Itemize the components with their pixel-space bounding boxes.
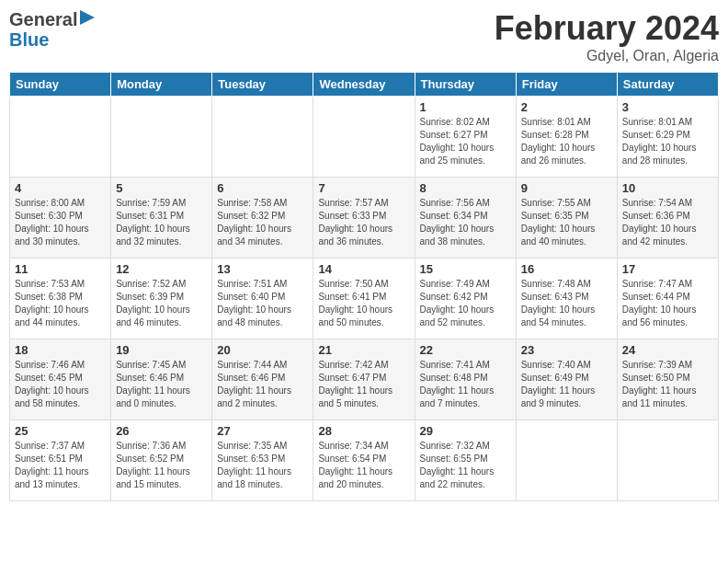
day-info-26: Sunrise: 7:36 AM Sunset: 6:52 PM Dayligh… xyxy=(116,440,207,491)
day-number-29: 29 xyxy=(420,424,511,438)
col-wednesday: Wednesday xyxy=(313,73,415,97)
logo-blue-text: Blue xyxy=(9,29,49,50)
day-number-23: 23 xyxy=(521,343,612,357)
col-sunday: Sunday xyxy=(10,73,111,97)
day-info-22: Sunrise: 7:41 AM Sunset: 6:48 PM Dayligh… xyxy=(420,359,511,410)
day-info-21: Sunrise: 7:42 AM Sunset: 6:47 PM Dayligh… xyxy=(318,359,409,410)
calendar-cell-0-1 xyxy=(111,97,212,178)
day-info-9: Sunrise: 7:55 AM Sunset: 6:35 PM Dayligh… xyxy=(521,197,612,248)
svg-marker-0 xyxy=(80,10,95,25)
title-block: February 2024 Gdyel, Oran, Algeria xyxy=(495,9,719,64)
week-row-2: 11Sunrise: 7:53 AM Sunset: 6:38 PM Dayli… xyxy=(10,259,719,339)
calendar-cell-2-3: 14Sunrise: 7:50 AM Sunset: 6:41 PM Dayli… xyxy=(313,259,415,339)
calendar-cell-4-3: 28Sunrise: 7:34 AM Sunset: 6:54 PM Dayli… xyxy=(313,420,415,501)
calendar-cell-0-2 xyxy=(212,97,313,178)
logo: General Blue xyxy=(9,9,95,50)
calendar-cell-1-6: 10Sunrise: 7:54 AM Sunset: 6:36 PM Dayli… xyxy=(617,178,718,259)
week-row-4: 25Sunrise: 7:37 AM Sunset: 6:51 PM Dayli… xyxy=(10,420,719,501)
calendar-cell-2-6: 17Sunrise: 7:47 AM Sunset: 6:44 PM Dayli… xyxy=(617,259,718,339)
col-saturday: Saturday xyxy=(617,73,718,97)
calendar-cell-4-4: 29Sunrise: 7:32 AM Sunset: 6:55 PM Dayli… xyxy=(415,420,516,501)
day-info-12: Sunrise: 7:52 AM Sunset: 6:39 PM Dayligh… xyxy=(116,278,207,329)
day-info-3: Sunrise: 8:01 AM Sunset: 6:29 PM Dayligh… xyxy=(622,116,713,167)
calendar-cell-4-5 xyxy=(516,420,617,501)
calendar-cell-4-1: 26Sunrise: 7:36 AM Sunset: 6:52 PM Dayli… xyxy=(111,420,212,501)
page: General Blue February 2024 Gdyel, Oran, … xyxy=(0,0,728,563)
calendar-cell-1-4: 8Sunrise: 7:56 AM Sunset: 6:34 PM Daylig… xyxy=(415,178,516,259)
day-number-20: 20 xyxy=(217,343,308,357)
calendar-cell-2-0: 11Sunrise: 7:53 AM Sunset: 6:38 PM Dayli… xyxy=(10,259,111,339)
day-info-7: Sunrise: 7:57 AM Sunset: 6:33 PM Dayligh… xyxy=(318,197,409,248)
day-number-8: 8 xyxy=(420,181,511,195)
day-number-21: 21 xyxy=(318,343,409,357)
calendar-cell-3-1: 19Sunrise: 7:45 AM Sunset: 6:46 PM Dayli… xyxy=(111,339,212,420)
day-number-9: 9 xyxy=(521,181,612,195)
calendar-cell-0-0 xyxy=(10,97,111,178)
day-number-4: 4 xyxy=(15,181,106,195)
calendar-title: February 2024 xyxy=(495,9,719,48)
col-monday: Monday xyxy=(111,73,212,97)
calendar-cell-1-3: 7Sunrise: 7:57 AM Sunset: 6:33 PM Daylig… xyxy=(313,178,415,259)
col-tuesday: Tuesday xyxy=(212,73,313,97)
calendar-location: Gdyel, Oran, Algeria xyxy=(495,48,719,64)
day-info-5: Sunrise: 7:59 AM Sunset: 6:31 PM Dayligh… xyxy=(116,197,207,248)
calendar-cell-3-6: 24Sunrise: 7:39 AM Sunset: 6:50 PM Dayli… xyxy=(617,339,718,420)
calendar-cell-4-0: 25Sunrise: 7:37 AM Sunset: 6:51 PM Dayli… xyxy=(10,420,111,501)
day-number-25: 25 xyxy=(15,424,106,438)
calendar-cell-3-0: 18Sunrise: 7:46 AM Sunset: 6:45 PM Dayli… xyxy=(10,339,111,420)
day-number-24: 24 xyxy=(622,343,713,357)
day-info-11: Sunrise: 7:53 AM Sunset: 6:38 PM Dayligh… xyxy=(15,278,106,329)
day-number-28: 28 xyxy=(318,424,409,438)
day-info-1: Sunrise: 8:02 AM Sunset: 6:27 PM Dayligh… xyxy=(420,116,511,167)
calendar-cell-3-5: 23Sunrise: 7:40 AM Sunset: 6:49 PM Dayli… xyxy=(516,339,617,420)
calendar-cell-3-2: 20Sunrise: 7:44 AM Sunset: 6:46 PM Dayli… xyxy=(212,339,313,420)
day-info-4: Sunrise: 8:00 AM Sunset: 6:30 PM Dayligh… xyxy=(15,197,106,248)
day-number-17: 17 xyxy=(622,262,713,276)
day-number-14: 14 xyxy=(318,262,409,276)
day-number-27: 27 xyxy=(217,424,308,438)
day-info-29: Sunrise: 7:32 AM Sunset: 6:55 PM Dayligh… xyxy=(420,440,511,491)
col-thursday: Thursday xyxy=(415,73,516,97)
day-info-19: Sunrise: 7:45 AM Sunset: 6:46 PM Dayligh… xyxy=(116,359,207,410)
day-info-24: Sunrise: 7:39 AM Sunset: 6:50 PM Dayligh… xyxy=(622,359,713,410)
header: General Blue February 2024 Gdyel, Oran, … xyxy=(9,9,719,64)
logo-arrow-icon xyxy=(80,8,95,27)
calendar-cell-2-4: 15Sunrise: 7:49 AM Sunset: 6:42 PM Dayli… xyxy=(415,259,516,339)
day-info-8: Sunrise: 7:56 AM Sunset: 6:34 PM Dayligh… xyxy=(420,197,511,248)
col-friday: Friday xyxy=(516,73,617,97)
calendar-cell-0-4: 1Sunrise: 8:02 AM Sunset: 6:27 PM Daylig… xyxy=(415,97,516,178)
day-number-5: 5 xyxy=(116,181,207,195)
day-number-15: 15 xyxy=(420,262,511,276)
calendar-cell-0-3 xyxy=(313,97,415,178)
day-number-13: 13 xyxy=(217,262,308,276)
calendar-cell-1-0: 4Sunrise: 8:00 AM Sunset: 6:30 PM Daylig… xyxy=(10,178,111,259)
calendar-cell-2-5: 16Sunrise: 7:48 AM Sunset: 6:43 PM Dayli… xyxy=(516,259,617,339)
day-number-19: 19 xyxy=(116,343,207,357)
day-info-28: Sunrise: 7:34 AM Sunset: 6:54 PM Dayligh… xyxy=(318,440,409,491)
day-info-18: Sunrise: 7:46 AM Sunset: 6:45 PM Dayligh… xyxy=(15,359,106,410)
logo-general-text: General xyxy=(9,9,77,29)
day-number-16: 16 xyxy=(521,262,612,276)
day-info-16: Sunrise: 7:48 AM Sunset: 6:43 PM Dayligh… xyxy=(521,278,612,329)
day-info-15: Sunrise: 7:49 AM Sunset: 6:42 PM Dayligh… xyxy=(420,278,511,329)
day-info-17: Sunrise: 7:47 AM Sunset: 6:44 PM Dayligh… xyxy=(622,278,713,329)
calendar-cell-0-6: 3Sunrise: 8:01 AM Sunset: 6:29 PM Daylig… xyxy=(617,97,718,178)
calendar-table: Sunday Monday Tuesday Wednesday Thursday… xyxy=(9,72,719,501)
day-info-13: Sunrise: 7:51 AM Sunset: 6:40 PM Dayligh… xyxy=(217,278,308,329)
calendar-cell-3-3: 21Sunrise: 7:42 AM Sunset: 6:47 PM Dayli… xyxy=(313,339,415,420)
day-info-14: Sunrise: 7:50 AM Sunset: 6:41 PM Dayligh… xyxy=(318,278,409,329)
day-number-10: 10 xyxy=(622,181,713,195)
day-number-7: 7 xyxy=(318,181,409,195)
day-info-27: Sunrise: 7:35 AM Sunset: 6:53 PM Dayligh… xyxy=(217,440,308,491)
day-number-2: 2 xyxy=(521,100,612,114)
calendar-cell-4-6 xyxy=(617,420,718,501)
calendar-header-row: Sunday Monday Tuesday Wednesday Thursday… xyxy=(10,73,719,97)
day-info-2: Sunrise: 8:01 AM Sunset: 6:28 PM Dayligh… xyxy=(521,116,612,167)
calendar-cell-0-5: 2Sunrise: 8:01 AM Sunset: 6:28 PM Daylig… xyxy=(516,97,617,178)
day-info-25: Sunrise: 7:37 AM Sunset: 6:51 PM Dayligh… xyxy=(15,440,106,491)
day-number-3: 3 xyxy=(622,100,713,114)
calendar-cell-2-1: 12Sunrise: 7:52 AM Sunset: 6:39 PM Dayli… xyxy=(111,259,212,339)
day-info-6: Sunrise: 7:58 AM Sunset: 6:32 PM Dayligh… xyxy=(217,197,308,248)
day-number-22: 22 xyxy=(420,343,511,357)
calendar-cell-2-2: 13Sunrise: 7:51 AM Sunset: 6:40 PM Dayli… xyxy=(212,259,313,339)
